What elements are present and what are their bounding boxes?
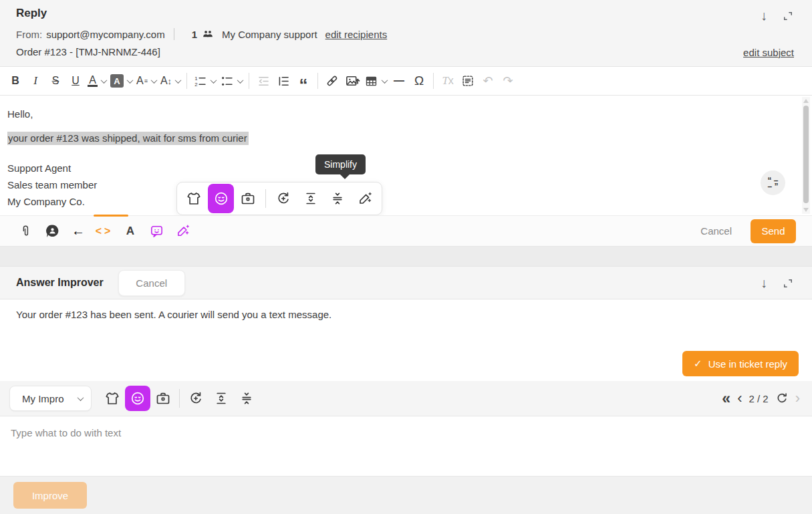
edit-recipients-link[interactable]: edit recipients — [325, 29, 388, 40]
collapse-download-button[interactable]: ↓ — [761, 8, 767, 23]
format-toolbar: B I S U A A A≡ A↕ 12 “ — [0, 66, 812, 96]
underline-button[interactable]: U — [65, 70, 86, 92]
font-color-button[interactable]: A — [86, 70, 108, 92]
magic-edit-button[interactable] — [352, 184, 378, 213]
attach-file-button[interactable] — [16, 220, 36, 243]
down-arrow-icon: ↓ — [761, 275, 767, 291]
text-mode-button[interactable]: A — [120, 220, 140, 243]
special-character-button[interactable]: Ω — [409, 70, 429, 92]
outdent-icon — [257, 74, 271, 88]
regenerate-button[interactable] — [775, 392, 789, 405]
simplify-button[interactable] — [234, 386, 259, 411]
edit-subject-link[interactable]: edit subject — [743, 47, 794, 58]
canned-response-button[interactable] — [42, 220, 62, 243]
simplify-button[interactable] — [325, 184, 350, 213]
paperclip-icon — [19, 224, 33, 239]
chevron-down-icon — [127, 77, 134, 84]
numbered-list-button[interactable]: 12 — [191, 70, 218, 92]
source-code-button[interactable]: <> — [94, 220, 114, 243]
highlight-color-button[interactable]: A — [108, 70, 134, 92]
editor-scrollbar[interactable] — [802, 97, 810, 214]
link-button[interactable] — [322, 70, 342, 92]
next-result-button[interactable]: › — [795, 392, 800, 405]
bulleted-list-button[interactable] — [218, 70, 245, 92]
reply-editor[interactable]: Hello, your order #123 was shipped, wait… — [0, 96, 812, 215]
improver-toolbar: My Impro « ‹ — [0, 381, 812, 416]
from-address: support@mycompany.com — [46, 29, 165, 40]
divider — [174, 28, 174, 40]
bold-button[interactable]: B — [5, 70, 25, 92]
previous-result-button[interactable]: ‹ — [737, 392, 742, 405]
blockquote-icon: “ — [299, 74, 308, 88]
professional-tone-button[interactable] — [235, 184, 261, 213]
simplify-icon — [329, 190, 346, 207]
quotes-icon: – ” — [761, 184, 785, 190]
scroll-down-arrow[interactable] — [803, 208, 809, 212]
bold-icon: B — [11, 75, 19, 87]
undo-button[interactable]: ↶ — [478, 70, 498, 92]
italic-button[interactable]: I — [25, 70, 45, 92]
rephrase-icon — [275, 190, 291, 207]
outdent-button[interactable] — [253, 70, 273, 92]
scrollbar-thumb[interactable] — [803, 106, 809, 203]
ai-improve-button[interactable] — [172, 220, 192, 243]
magic-pen-icon — [175, 223, 190, 239]
toolbar-separator — [249, 73, 249, 89]
casual-tone-button[interactable] — [181, 184, 207, 213]
expand-text-button[interactable] — [298, 184, 323, 213]
scroll-up-arrow[interactable] — [803, 99, 809, 103]
chevron-down-icon — [175, 77, 182, 84]
bot-chat-icon — [149, 223, 164, 239]
font-family-button[interactable]: A≡ — [134, 70, 158, 92]
ai-assistant-button[interactable] — [146, 220, 166, 243]
tshirt-icon — [104, 390, 120, 406]
improver-input-area — [0, 416, 812, 476]
toolbar-separator — [265, 189, 266, 208]
friendly-tone-button[interactable] — [208, 184, 233, 213]
improver-cancel-button[interactable]: Cancel — [118, 270, 185, 296]
smiley-icon — [130, 390, 146, 406]
highlight-color-icon: A — [110, 74, 124, 88]
expand-text-button[interactable] — [209, 386, 234, 411]
from-label: From: — [16, 29, 42, 40]
simplify-icon — [239, 390, 255, 406]
casual-tone-button[interactable] — [100, 386, 125, 411]
svg-text:2: 2 — [194, 82, 197, 88]
rephrase-button[interactable] — [183, 386, 209, 411]
chevron-down-icon — [150, 77, 157, 84]
panel-title: Reply — [16, 7, 796, 20]
canned-quotes-button[interactable]: “ – – ” — [761, 170, 785, 195]
cancel-button[interactable]: Cancel — [700, 225, 732, 237]
horizontal-line-button[interactable]: — — [389, 70, 409, 92]
rephrase-icon — [188, 390, 204, 406]
chat-person-icon — [44, 223, 60, 239]
font-family-lines-icon: ≡ — [144, 78, 148, 84]
remove-format-button[interactable]: Tx — [438, 70, 458, 92]
send-button[interactable]: Send — [751, 219, 796, 243]
toolbar-separator — [186, 73, 187, 89]
indent-button[interactable] — [273, 70, 293, 92]
use-in-ticket-reply-button[interactable]: ✓ Use in ticket reply — [682, 351, 799, 376]
redo-button[interactable]: ↷ — [498, 70, 518, 92]
result-counter: 2 / 2 — [749, 393, 768, 404]
select-all-button[interactable] — [458, 70, 478, 92]
insert-reply-button[interactable]: ← — [68, 220, 88, 243]
first-result-button[interactable]: « — [722, 392, 730, 405]
friendly-tone-button[interactable] — [125, 386, 150, 411]
improver-preset-select[interactable]: My Impro — [9, 386, 92, 411]
improve-button[interactable]: Improve — [13, 482, 87, 509]
expand-button[interactable] — [782, 277, 794, 289]
app-window: Reply From: support@mycompany.com 1 My C… — [0, 0, 812, 514]
improver-instruction-input[interactable] — [0, 416, 812, 476]
svg-text:1: 1 — [194, 75, 197, 81]
professional-tone-button[interactable] — [150, 386, 176, 411]
use-button-label: Use in ticket reply — [708, 358, 787, 370]
rephrase-button[interactable] — [271, 184, 296, 213]
font-size-button[interactable]: A↕ — [158, 70, 182, 92]
insert-image-button[interactable] — [342, 70, 362, 92]
strikethrough-button[interactable]: S — [45, 70, 65, 92]
insert-table-button[interactable] — [362, 70, 389, 92]
blockquote-button[interactable]: “ — [293, 70, 313, 92]
expand-button[interactable] — [782, 10, 794, 22]
collapse-download-button[interactable]: ↓ — [761, 275, 767, 291]
